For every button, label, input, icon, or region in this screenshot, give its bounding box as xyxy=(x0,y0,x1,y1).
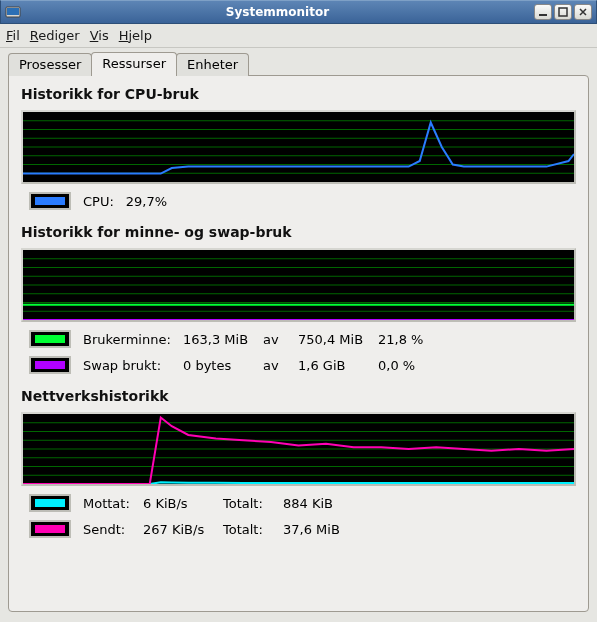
cpu-chart xyxy=(21,110,576,184)
memory-of: av xyxy=(263,332,298,347)
swap-total: 1,6 GiB xyxy=(298,358,378,373)
resources-panel: Historikk for CPU-bruk CPU: 29,7% Histor… xyxy=(8,75,589,612)
cpu-label: CPU: xyxy=(83,194,114,209)
swap-swatch[interactable] xyxy=(29,356,71,374)
content: Prosesser Ressurser Enheter Historikk fo… xyxy=(0,48,597,622)
cpu-section: Historikk for CPU-bruk CPU: 29,7% xyxy=(21,86,576,210)
tab-devices[interactable]: Enheter xyxy=(176,53,249,76)
close-button[interactable] xyxy=(574,4,592,20)
tab-processes[interactable]: Prosesser xyxy=(8,53,92,76)
svg-rect-3 xyxy=(559,8,567,16)
net-send-label: Sendt: xyxy=(83,522,143,537)
app-icon xyxy=(5,4,21,20)
net-recv-legend: Mottat: 6 KiB/s Totalt: 884 KiB xyxy=(21,494,576,512)
titlebar[interactable]: Systemmonitor xyxy=(0,0,597,24)
swap-legend: Swap brukt: 0 bytes av 1,6 GiB 0,0 % xyxy=(21,356,576,374)
memory-user-swatch[interactable] xyxy=(29,330,71,348)
cpu-legend: CPU: 29,7% xyxy=(21,192,576,210)
net-recv-label: Mottat: xyxy=(83,496,143,511)
window-title: Systemmonitor xyxy=(21,5,534,19)
net-recv-swatch[interactable] xyxy=(29,494,71,512)
network-chart xyxy=(21,412,576,486)
menu-file[interactable]: Fil xyxy=(6,28,20,43)
window: Systemmonitor Fil Rediger Vis Hjelp Pros… xyxy=(0,0,597,622)
memory-user-pct: 21,8 % xyxy=(378,332,438,347)
network-section: Nettverkshistorikk Mottat: 6 KiB/s Total… xyxy=(21,388,576,538)
net-recv-total: 884 KiB xyxy=(283,496,363,511)
minimize-button[interactable] xyxy=(534,4,552,20)
menu-edit[interactable]: Rediger xyxy=(30,28,80,43)
svg-rect-1 xyxy=(7,8,19,15)
memory-section: Historikk for minne- og swap-bruk Bruker… xyxy=(21,224,576,374)
net-recv-rate: 6 KiB/s xyxy=(143,496,223,511)
menu-view[interactable]: Vis xyxy=(90,28,109,43)
net-send-rate: 267 KiB/s xyxy=(143,522,223,537)
swap-label: Swap brukt: xyxy=(83,358,183,373)
network-title: Nettverkshistorikk xyxy=(21,388,576,404)
memory-user-legend: Brukerminne: 163,3 MiB av 750,4 MiB 21,8… xyxy=(21,330,576,348)
net-send-swatch[interactable] xyxy=(29,520,71,538)
net-total-label2: Totalt: xyxy=(223,522,283,537)
swap-of: av xyxy=(263,358,298,373)
window-controls xyxy=(534,4,592,20)
menubar: Fil Rediger Vis Hjelp xyxy=(0,24,597,48)
memory-user-label: Brukerminne: xyxy=(83,332,183,347)
menu-help[interactable]: Hjelp xyxy=(119,28,152,43)
net-total-label1: Totalt: xyxy=(223,496,283,511)
net-send-total: 37,6 MiB xyxy=(283,522,363,537)
swap-used: 0 bytes xyxy=(183,358,263,373)
net-send-legend: Sendt: 267 KiB/s Totalt: 37,6 MiB xyxy=(21,520,576,538)
memory-title: Historikk for minne- og swap-bruk xyxy=(21,224,576,240)
svg-rect-2 xyxy=(539,14,547,16)
cpu-title: Historikk for CPU-bruk xyxy=(21,86,576,102)
memory-user-used: 163,3 MiB xyxy=(183,332,263,347)
cpu-swatch[interactable] xyxy=(29,192,71,210)
memory-user-total: 750,4 MiB xyxy=(298,332,378,347)
swap-pct: 0,0 % xyxy=(378,358,438,373)
memory-chart xyxy=(21,248,576,322)
menu-file-rest: il xyxy=(13,28,20,43)
maximize-button[interactable] xyxy=(554,4,572,20)
cpu-value: 29,7% xyxy=(126,194,167,209)
tab-resources[interactable]: Ressurser xyxy=(91,52,177,75)
tab-row: Prosesser Ressurser Enheter xyxy=(8,52,589,75)
